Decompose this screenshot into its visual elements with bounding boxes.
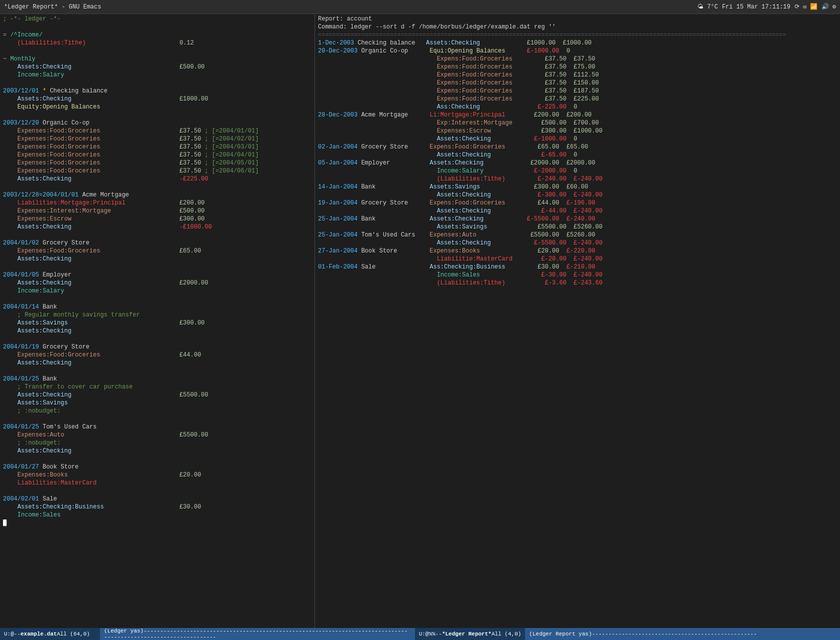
left-pane-line: Expenses:Food:Groceries £37.50 ; [=2004/… [0,135,314,143]
report-entry-line: 25-Jan-2004 Tom's Used Cars Expenses:Aut… [315,231,840,239]
left-pane-line: Expenses:Food:Groceries £37.50 ; [=2004/… [0,159,314,167]
left-pane-line [0,367,314,375]
left-pane-line [0,23,314,31]
left-pane-line: Liabilities:Mortgage:Principal £200.00 [0,199,314,207]
report-entry-line: Liabilitie:MasterCard £-20.00 £-240.00 [315,255,840,263]
report-entry-line: Assets:Checking £-300.00 £-240.00 [315,191,840,199]
report-entry-line: 05-Jan-2004 Employer Assets:Checking £20… [315,159,840,167]
report-entry-line: Assets:Checking £-1000.00 0 [315,135,840,143]
status-mode-right: U:@%%-- [419,631,442,637]
weather-display: 🌤 7°C [698,3,718,10]
report-entry-line: 1-Dec-2003 Checking balance Assets:Check… [315,39,840,47]
left-pane-line: ; Regular monthly savings transfer [0,311,314,319]
left-pane-line: Liabilities:MasterCard [0,479,314,487]
left-pane-line: Expenses:Food:Groceries £65.00 [0,247,314,255]
status-position-left: All (64,0) [57,631,90,637]
left-pane-line: Expenses:Food:Groceries £37.50 ; [=2004/… [0,143,314,151]
left-pane-line [0,111,314,119]
report-entry-line: Expens:Food:Groceries £37.50 £75.00 [315,63,840,71]
report-entry-line: Assets:Checking £-5500.00 £-240.00 [315,239,840,247]
left-pane-line: Assets:Checking -£1000.00 [0,223,314,231]
left-pane: ; -*- ledger -*- = /^Income/ (Liabilitie… [0,14,315,628]
report-entry-line: Income:Salary £-2000.00 0 [315,167,840,175]
status-position-right: All (4,0) [492,631,521,637]
left-pane-line [0,79,314,87]
left-pane-line: ; -*- ledger -*- [0,15,314,23]
report-entry-line: Exp:Interest:Mortgage £500.00 £700.00 [315,119,840,127]
report-command: Command: ledger --sort d -f /home/borbus… [315,23,840,31]
left-pane-line [0,231,314,239]
left-pane-line [0,263,314,271]
report-entry-line: Ass:Checking £-225.00 0 [315,103,840,111]
left-pane-line: Expenses:Food:Groceries £37.50 ; [=2004/… [0,127,314,135]
report-entry-line: Assets:Savings £5500.00 £5260.00 [315,223,840,231]
report-entry-line: 01-Feb-2004 Sale Ass:Checking:Business £… [315,263,840,271]
left-pane-line: Income:Sales [0,511,314,519]
left-pane-line: 2004/01/19 Grocery Store [0,343,314,351]
report-entry-line: 19-Jan-2004 Grocery Store Expens:Food:Gr… [315,199,840,207]
main-container: ; -*- ledger -*- = /^Income/ (Liabilitie… [0,14,840,628]
title-bar: *Ledger Report* - GNU Emacs 🌤 7°C Fri 15… [0,0,840,14]
left-pane-line: Expenses:Books £20.00 [0,471,314,479]
left-pane-line: Expenses:Food:Groceries £37.50 ; [=2004/… [0,167,314,175]
left-pane-line: 2004/02/01 Sale [0,495,314,503]
left-pane-line: Assets:Checking £500.00 [0,63,314,71]
left-pane-line: Assets:Savings [0,399,314,407]
left-pane-line: ; :nobudget: [0,439,314,447]
report-header: Report: account [315,15,840,23]
status-right-middle: (Ledger Report yas)---------------------… [525,631,840,637]
left-pane-line [0,415,314,423]
left-pane-line: Assets:Checking [0,447,314,455]
left-pane-line: Expenses:Interest:Mortgage £500.00 [0,207,314,215]
status-middle: (Ledger yas)----------------------------… [100,628,415,640]
report-entry-line: Expens:Food:Groceries £37.50 £112.50 [315,71,840,79]
left-pane-line: Expenses:Auto £5500.00 [0,431,314,439]
left-pane-line: █ [0,519,314,527]
report-entry-line: Expens:Food:Groceries £37.50 £187.50 [315,87,840,95]
left-pane-line: Expenses:Food:Groceries £44.00 [0,351,314,359]
report-entry-line: Expens:Food:Groceries £37.50 £225.00 [315,95,840,103]
title-bar-right: 🌤 7°C Fri 15 Mar 17:11:19 ⟳ ✉ 📶 🔊 ⚙ [698,3,836,10]
report-entry-line: Assets:Checking £-65.00 0 [315,151,840,159]
left-pane-line: 2004/01/05 Employer [0,271,314,279]
left-pane-line [0,455,314,463]
report-entry-line: Income:Sales £-30.00 £-240.00 [315,271,840,279]
status-major-left: (Ledger yas)----------------------------… [104,628,408,640]
datetime-display: Fri 15 Mar 17:11:19 [722,4,790,10]
report-entry-line: Assets:Checking £-44.00 £-240.00 [315,207,840,215]
left-pane-line: 2004/01/25 Tom's Used Cars [0,423,314,431]
left-pane-line: Equity:Opening Balances [0,103,314,111]
status-left: U:@-- example.dat All (64,0) [0,628,100,640]
left-pane-line: Assets:Checking £5500.00 [0,391,314,399]
left-pane-line: Assets:Checking [0,327,314,335]
status-right-section: U:@%%-- *Ledger Report* All (4,0) [415,628,526,640]
report-entry-line: 27-Jan-2004 Book Store Expenses:Books £2… [315,247,840,255]
system-icons: ⟳ ✉ 📶 🔊 ⚙ [794,3,836,10]
left-pane-line [0,295,314,303]
status-filename-left: example.dat [20,631,57,637]
left-pane-line: Assets:Checking:Business £30.00 [0,503,314,511]
window-title: *Ledger Report* - GNU Emacs [4,4,101,10]
status-major-right: (Ledger Report yas)---------------------… [529,631,756,637]
left-pane-line [0,183,314,191]
left-pane-line: Assets:Checking [0,359,314,367]
left-pane-line: ; Transfer to cover car purchase [0,383,314,391]
left-pane-line: Expenses:Escrow £300.00 [0,215,314,223]
report-entry-line: 14-Jan-2004 Bank Assets:Savings £300.00 … [315,183,840,191]
left-pane-line: 2003/12/28=2004/01/01 Acme Mortgage [0,191,314,199]
left-pane-line: 2004/01/02 Grocery Store [0,239,314,247]
left-pane-line: Expenses:Food:Groceries £37.50 ; [=2004/… [0,151,314,159]
report-entry-line: 02-Jan-2004 Grocery Store Expens:Food:Gr… [315,143,840,151]
status-filename-right: *Ledger Report* [442,631,492,637]
left-pane-line: 2003/12/20 Organic Co-op [0,119,314,127]
status-mode-left: U:@-- [4,631,20,637]
left-pane-line: (Liabilities:Tithe) 0.12 [0,39,314,47]
left-pane-line: ~ Monthly [0,55,314,63]
left-pane-line: 2004/01/27 Book Store [0,463,314,471]
left-pane-line: 2003/12/01 * Checking balance [0,87,314,95]
left-pane-line: Assets:Checking £1000.00 [0,95,314,103]
report-entry-line: Expenses:Escrow £300.00 £1000.00 [315,127,840,135]
report-entry-line: 25-Jan-2004 Bank Assets:Checking £-5500.… [315,215,840,223]
report-entry-line: Expens:Food:Groceries £37.50 £150.00 [315,79,840,87]
report-entry-line: (Liabilities:Tithe) £-3.60 £-243.60 [315,279,840,287]
